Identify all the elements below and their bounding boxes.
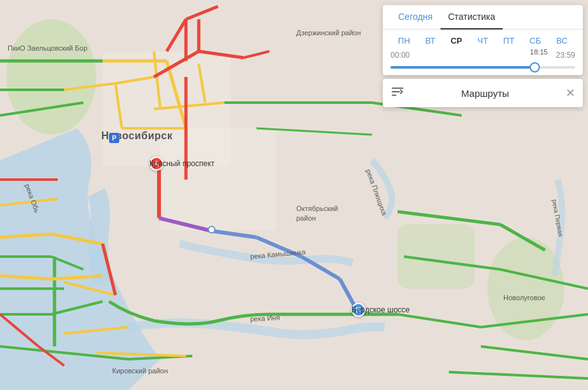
district-label-kirovsky: Кировский район <box>112 367 168 375</box>
statistics-panel: Сегодня Статистика ПН ВТ СР ЧТ ПТ СБ ВС … <box>383 5 583 75</box>
svg-point-1 <box>6 19 96 135</box>
slider-track[interactable] <box>391 66 575 69</box>
routes-panel: Маршруты ✕ <box>383 79 583 107</box>
routes-label: Маршруты <box>412 88 558 99</box>
day-sun[interactable]: ВС <box>553 35 570 47</box>
day-fri[interactable]: ПТ <box>501 35 517 47</box>
time-range-row: 00:00 23:59 <box>383 49 583 61</box>
svg-rect-5 <box>160 128 276 231</box>
routes-close-button[interactable]: ✕ <box>558 86 583 100</box>
days-row: ПН ВТ СР ЧТ ПТ СБ ВС <box>383 30 583 49</box>
day-mon[interactable]: ПН <box>396 35 413 47</box>
day-thu[interactable]: ЧТ <box>475 35 491 47</box>
slider-time-label: 18:15 <box>529 48 550 56</box>
marker-a-label: Красный проспект <box>149 159 215 168</box>
slider-thumb[interactable] <box>530 62 540 72</box>
river-label-inya: река Иня <box>250 314 280 323</box>
day-wed[interactable]: СР <box>448 35 465 47</box>
slider-fill <box>391 66 535 69</box>
district-label-oktyabrsky: Октябрьскийрайон <box>296 204 338 224</box>
tab-statistics[interactable]: Статистика <box>441 5 503 30</box>
slider-row: 18:15 <box>383 61 583 75</box>
marker-b-label: Бердское шоссе <box>351 305 410 314</box>
routes-icon <box>383 85 412 102</box>
day-sat[interactable]: СБ <box>527 35 544 47</box>
time-end: 23:59 <box>556 51 575 60</box>
tab-today[interactable]: Сегодня <box>391 5 441 30</box>
district-label-dzerzhinsky: Дзержинский район <box>296 29 361 37</box>
village-label-novolugovoe: Новолуговое <box>503 294 545 301</box>
svg-point-66 <box>208 226 215 233</box>
time-start: 00:00 <box>391 51 410 60</box>
map-container: Дзержинский район ПкиО Заельцовский Бор … <box>0 0 588 390</box>
park-label: ПкиО Заельцовский Бор <box>8 44 87 53</box>
day-tue[interactable]: ВТ <box>423 35 438 47</box>
tabs-row: Сегодня Статистика <box>383 5 583 30</box>
parking-marker: P <box>109 133 119 143</box>
